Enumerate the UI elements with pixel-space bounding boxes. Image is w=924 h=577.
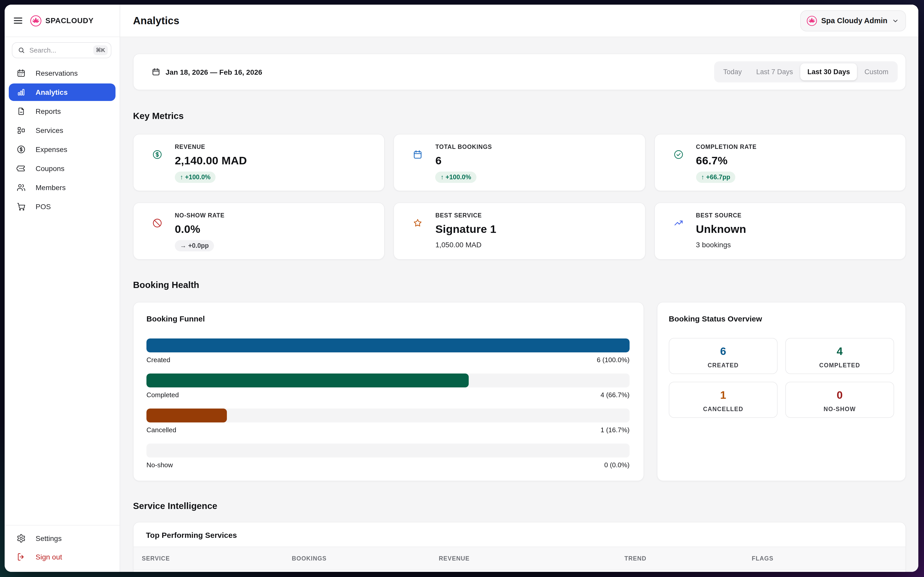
metric-value: Unknown <box>696 222 746 236</box>
dollar-circle-icon <box>152 150 162 191</box>
funnel-row-no-show: No-show 0 (0.0%) <box>147 443 630 469</box>
sidebar-item-pos[interactable]: POS <box>9 198 115 215</box>
sidebar-item-reservations[interactable]: Reservations <box>9 64 115 82</box>
metric-card-total-bookings: TOTAL BOOKINGS 6 ↑ +100.0% <box>394 134 646 191</box>
sidebar-spacer <box>5 217 120 525</box>
dollar-circle-icon <box>16 145 26 154</box>
metric-value: 6 <box>435 154 492 168</box>
sidebar-item-label: Coupons <box>36 164 65 172</box>
ban-icon <box>152 218 162 259</box>
metric-card-revenue: REVENUE 2,140.00 MAD ↑ +100.0% <box>133 134 385 191</box>
desktop-stage: SPACLOUDY Search... ⌘K Reservations <box>0 0 924 577</box>
booking-funnel-panel: Booking Funnel Created 6 (100.0%) <box>133 302 644 481</box>
sidebar-item-label: Reservations <box>36 69 78 77</box>
booking-health-grid: Booking Funnel Created 6 (100.0%) <box>133 302 906 481</box>
page-title: Analytics <box>133 15 179 27</box>
range-option-custom[interactable]: Custom <box>857 63 896 81</box>
sidebar-item-label: Sign out <box>36 553 62 561</box>
status-label: CREATED <box>669 362 777 369</box>
metric-subtext: 1,050.00 MAD <box>435 240 496 249</box>
search-input[interactable]: Search... ⌘K <box>12 42 111 58</box>
panel-title: Top Performing Services <box>134 522 905 546</box>
layout-icon <box>16 126 26 135</box>
shopping-cart-icon <box>16 202 26 211</box>
sidebar-nav: Reservations Analytics Reports <box>5 61 120 217</box>
booking-status-overview-panel: Booking Status Overview 6 CREATED 4 COMP… <box>657 302 906 481</box>
status-tile-completed: 4 COMPLETED <box>785 338 894 374</box>
range-option-today[interactable]: Today <box>716 63 749 81</box>
key-metrics-grid: REVENUE 2,140.00 MAD ↑ +100.0% TOTAL BOO… <box>133 134 906 259</box>
sidebar-item-settings[interactable]: Settings <box>9 530 115 547</box>
funnel-bar-fill <box>147 409 227 422</box>
sidebar-item-label: Reports <box>36 107 61 115</box>
metric-value: Signature 1 <box>435 222 496 236</box>
sidebar-item-expenses[interactable]: Expenses <box>9 141 115 158</box>
funnel-stage-value: 0 (0.0%) <box>604 461 630 469</box>
panel-title: Booking Funnel <box>147 314 630 324</box>
funnel-bar-track <box>147 409 630 422</box>
sidebar-item-members[interactable]: Members <box>9 179 115 196</box>
status-label: NO-SHOW <box>786 405 893 413</box>
section-title-booking-health: Booking Health <box>133 279 906 291</box>
funnel-row-completed: Completed 4 (66.7%) <box>147 374 630 399</box>
range-option-last-7-days[interactable]: Last 7 Days <box>749 63 800 81</box>
hamburger-menu-icon[interactable] <box>12 15 24 26</box>
star-icon <box>413 218 423 259</box>
services-table-body <box>134 570 905 572</box>
metric-subtext: 3 bookings <box>696 240 746 249</box>
sidebar-item-label: POS <box>36 203 51 211</box>
metric-label: COMPLETION RATE <box>696 143 757 150</box>
bar-chart-icon <box>16 88 26 97</box>
status-tile-no-show: 0 NO-SHOW <box>785 382 894 418</box>
status-count: 4 <box>786 345 893 358</box>
panel-title: Booking Status Overview <box>669 314 894 324</box>
sidebar-item-analytics[interactable]: Analytics <box>9 84 115 101</box>
account-name: Spa Cloudy Admin <box>821 16 887 25</box>
column-header-bookings: BOOKINGS <box>292 555 439 562</box>
calendar-icon <box>413 150 423 191</box>
metric-value: 0.0% <box>175 222 225 236</box>
account-menu-button[interactable]: Spa Cloudy Admin <box>800 10 906 31</box>
metric-card-best-source: BEST SOURCE Unknown 3 bookings <box>654 203 906 259</box>
sidebar-item-signout[interactable]: Sign out <box>9 548 115 566</box>
column-header-flags: FLAGS <box>752 555 905 562</box>
funnel-stage-label: Created <box>147 356 170 364</box>
status-label: CANCELLED <box>669 405 777 413</box>
sidebar-item-coupons[interactable]: Coupons <box>9 160 115 177</box>
booking-funnel-chart: Created 6 (100.0%) Completed <box>147 338 630 469</box>
lotus-logo-icon <box>30 15 42 27</box>
metric-label: TOTAL BOOKINGS <box>435 143 492 150</box>
sidebar-item-label: Expenses <box>36 145 67 153</box>
page-content: Jan 18, 2026 — Feb 16, 2026 Today Last 7… <box>120 37 918 572</box>
search-shortcut-badge: ⌘K <box>93 45 108 55</box>
range-option-last-30-days[interactable]: Last 30 Days <box>800 63 857 81</box>
column-header-trend: TREND <box>624 555 752 562</box>
funnel-stage-value: 4 (66.7%) <box>601 391 630 399</box>
lotus-logo-icon <box>806 15 817 26</box>
sidebar-footer: Settings Sign out <box>5 525 120 572</box>
metric-label: BEST SOURCE <box>696 212 746 219</box>
sidebar-item-label: Members <box>36 184 66 192</box>
check-circle-icon <box>673 150 683 191</box>
status-count: 0 <box>786 389 893 401</box>
sidebar-item-label: Services <box>36 126 63 134</box>
section-title-service-intelligence: Service Intelligence <box>133 500 906 512</box>
funnel-stage-label: Cancelled <box>147 426 176 434</box>
file-icon <box>16 106 26 116</box>
date-range-display[interactable]: Jan 18, 2026 — Feb 16, 2026 <box>152 68 262 76</box>
metric-label: BEST SERVICE <box>435 212 496 219</box>
sidebar-item-label: Settings <box>36 534 61 543</box>
sidebar-item-reports[interactable]: Reports <box>9 103 115 120</box>
brand-logo: SPACLOUDY <box>30 15 94 27</box>
metric-change-badge: ↑ +100.0% <box>435 172 477 183</box>
status-tile-cancelled: 1 CANCELLED <box>669 382 777 418</box>
metric-card-best-service: BEST SERVICE Signature 1 1,050.00 MAD <box>394 203 646 259</box>
status-label: COMPLETED <box>786 362 893 369</box>
metric-label: REVENUE <box>175 143 247 150</box>
users-icon <box>16 183 26 192</box>
sidebar-item-services[interactable]: Services <box>9 122 115 139</box>
page-header: Analytics <box>120 5 918 37</box>
top-services-panel: Top Performing Services SERVICE BOOKINGS… <box>133 522 906 572</box>
metric-card-no-show-rate: NO-SHOW RATE 0.0% → +0.0pp <box>133 203 385 259</box>
column-header-revenue: REVENUE <box>439 555 624 562</box>
